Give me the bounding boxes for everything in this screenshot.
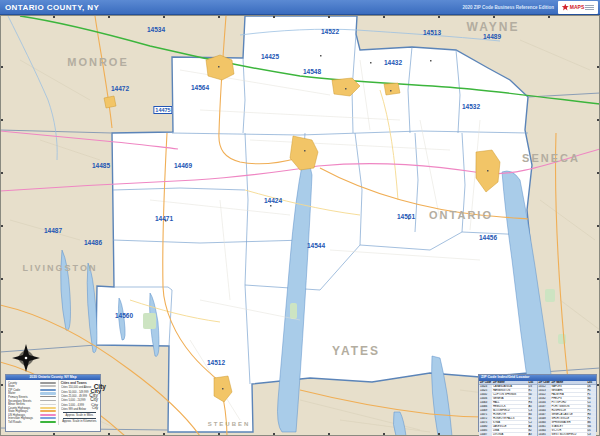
legend-swatch (40, 400, 56, 401)
honeoye-falls-urban (104, 96, 116, 108)
logo-text: MAPS (570, 5, 584, 10)
legend-swatch (40, 410, 56, 412)
legend-swatch (40, 404, 56, 405)
zip-index-table: ZIP Code Index/Grid Locator ZIP CodeZIP … (478, 374, 597, 432)
map-title: ONTARIO COUNTY, NY (0, 3, 99, 12)
legend-lines: CountyStateZIP CodeWaterPrimary StreetsS… (6, 380, 58, 425)
logo-tagline-bars (585, 5, 594, 10)
legend-swatch (40, 392, 56, 395)
legend-scales: Approx. Scale in MilesApprox. Scale in K… (61, 412, 98, 423)
legend-swatch (40, 396, 56, 397)
grid-ticks-left (0, 15, 3, 436)
legend-swatch (40, 382, 56, 384)
scale-bar: Approx. Scale in Kilometers (61, 418, 98, 423)
city-size-row: Cities 999 and BelowCity (61, 407, 98, 411)
grid-ticks-top (0, 15, 600, 18)
title-bar: ONTARIO COUNTY, NY 2020 ZIP Code Busines… (0, 0, 600, 15)
legend-swatch (40, 385, 56, 387)
publisher-logo: MAPS (558, 1, 598, 14)
legend-swatch (40, 389, 56, 391)
legend-item: Toll Roads (8, 420, 56, 424)
legend-swatch (40, 414, 56, 416)
legend-swatch (40, 407, 56, 409)
clifton-springs-urban (384, 83, 400, 95)
legend-city-sizes: Cities 150,000 and AboveCityCities 50,00… (61, 385, 98, 411)
zip-table-right: ZIP CodeZIP NameLoc14512NAPLESD614513NEW… (538, 381, 597, 436)
legend-swatch (40, 417, 56, 419)
map-legend: 2020 Ontario County, NY Map CountyStateZ… (5, 374, 101, 432)
map-page: MONROEWAYNESENECAONTARIOLIVINGSTONYATESS… (0, 0, 600, 436)
edition-label: 2020 ZIP Code Business Reference Edition (463, 5, 558, 10)
logo-star-icon (562, 4, 569, 11)
legend-swatch (40, 421, 56, 423)
scale-bar: Approx. Scale in Miles (61, 412, 98, 417)
county-map-canvas (0, 0, 600, 436)
zip-table-left: ZIP CodeZIP NameLoc14424CANANDAIGUAD3144… (479, 381, 538, 436)
